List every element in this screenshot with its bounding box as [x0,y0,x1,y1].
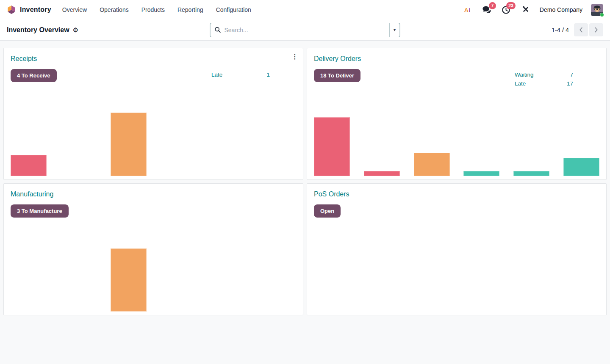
card-manufacturing: Manufacturing 3 To Manufacture [3,183,303,315]
messages-icon[interactable]: 7 [481,4,492,15]
card-pos-orders-title[interactable]: PoS Orders [314,190,349,198]
chart-slot [160,246,196,312]
dashboard-content: Receipts ⋮ 4 To Receive Late 1 Delivery … [0,41,610,315]
pager-buttons [574,23,603,36]
chart-slot [11,110,47,176]
chart-slot [513,110,549,176]
caret-down-icon: ▾ [394,27,396,33]
main-menu: Overview Operations Products Reporting C… [62,6,251,13]
card-delivery-orders-title[interactable]: Delivery Orders [314,55,361,63]
chart-slot [463,110,499,176]
breadcrumb: Inventory Overview ⚙ [7,26,78,34]
chart-slot [160,110,196,176]
pager-next-button[interactable] [589,23,603,36]
pos-open-button[interactable]: Open [314,204,341,218]
menu-overview[interactable]: Overview [62,6,87,13]
chart-slot [260,110,296,176]
card-receipts: Receipts ⋮ 4 To Receive Late 1 [3,48,303,180]
online-status-dot [600,13,604,17]
stat-late[interactable]: Late 1 [211,70,270,79]
activities-badge: 23 [506,2,516,9]
menu-configuration[interactable]: Configuration [216,6,251,13]
ai-assistant-icon[interactable]: AI [462,4,473,15]
chart-bar[interactable] [364,171,400,176]
chart-bar[interactable] [314,117,350,176]
tools-icon[interactable] [520,4,531,15]
user-menu[interactable] [591,4,603,16]
top-navbar: Inventory Overview Operations Products R… [0,0,610,19]
delivery-orders-chart [314,110,599,176]
chart-slot [563,110,599,176]
stat-waiting[interactable]: Waiting 7 [515,70,573,79]
to-receive-button[interactable]: 4 To Receive [11,69,57,82]
search-dropdown-toggle[interactable]: ▾ [389,23,400,37]
systray: AI 7 23 Demo Company [462,4,603,16]
app-name: Inventory [20,6,51,14]
to-deliver-button[interactable]: 18 To Deliver [314,69,360,82]
chart-slot [61,246,97,312]
chart-slot [260,246,296,312]
search-bar: ▾ [210,23,400,37]
menu-products[interactable]: Products [141,6,165,13]
card-delivery-stats: Waiting 7 Late 17 [515,70,573,88]
company-switcher[interactable]: Demo Company [540,6,582,13]
kanban-grid: Receipts ⋮ 4 To Receive Late 1 Delivery … [3,48,607,315]
chart-slot [210,110,246,176]
chart-bar[interactable] [11,155,47,176]
pager-previous-button[interactable] [574,23,588,36]
chart-bar[interactable] [111,113,147,176]
stat-value: 1 [266,70,270,79]
card-pos-orders: PoS Orders Open [307,183,607,315]
messages-badge: 7 [489,2,496,9]
chart-bar[interactable] [111,248,147,312]
chart-slot [111,246,147,312]
stat-late[interactable]: Late 17 [515,79,573,88]
menu-operations[interactable]: Operations [100,6,128,13]
control-panel: Inventory Overview ⚙ ▾ 1-4 / 4 [0,19,610,41]
chart-bar[interactable] [414,153,450,176]
pager: 1-4 / 4 [552,23,603,36]
receipts-chart [11,110,296,176]
chart-slot [210,246,246,312]
to-manufacture-button[interactable]: 3 To Manufacture [11,204,69,218]
chart-bar[interactable] [563,158,599,176]
chart-slot [414,110,450,176]
search-main [211,23,389,37]
stat-label: Late [515,79,526,88]
page-title: Inventory Overview [7,26,69,34]
stat-label: Late [211,70,222,79]
manufacturing-chart [11,246,296,312]
app-menu-toggle[interactable]: Inventory [7,5,51,14]
chart-slot [111,110,147,176]
stat-value: 17 [567,79,573,88]
chart-slot [11,246,47,312]
view-settings-gear-icon[interactable]: ⚙ [73,27,78,33]
chart-slot [364,110,400,176]
chart-bar[interactable] [463,171,499,176]
chart-slot [314,110,350,176]
card-receipts-title[interactable]: Receipts [11,55,37,63]
stat-label: Waiting [515,70,534,79]
card-receipts-stats: Late 1 [211,70,270,79]
search-input[interactable] [225,27,385,33]
chart-slot [61,110,97,176]
stat-value: 7 [570,70,573,79]
activities-clock-icon[interactable]: 23 [501,4,512,15]
pager-range: 1-4 / 4 [552,27,569,33]
odoo-cube-logo-icon [7,5,16,14]
chart-bar[interactable] [513,171,549,176]
card-delivery-orders: Delivery Orders 18 To Deliver Waiting 7 … [307,48,607,180]
search-icon [215,27,221,33]
menu-reporting[interactable]: Reporting [177,6,203,13]
card-manufacturing-title[interactable]: Manufacturing [11,190,53,198]
card-menu-kebab-icon[interactable]: ⋮ [290,52,299,62]
